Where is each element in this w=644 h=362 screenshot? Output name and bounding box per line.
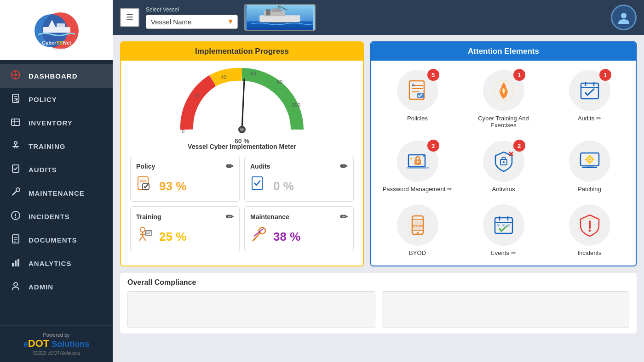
compliance-section: Overall Compliance [120,273,637,334]
edit-training-icon[interactable]: ✏ [226,211,234,222]
svg-point-21 [14,141,17,144]
inventory-icon [9,117,22,129]
svg-text:20: 20 [194,93,200,98]
attention-item-password[interactable]: 3 [376,136,459,197]
sidebar-item-policy[interactable]: POLICY [0,88,113,111]
svg-rect-114 [497,224,500,226]
incidents-nav-icon [9,210,22,223]
sidebar-item-incidents[interactable]: INCIDENTS [0,205,113,228]
nav-items: DASHBOARD POLICY INVENTORY TRAINING [0,60,113,325]
attention-item-patching[interactable]: Patching [548,136,631,197]
password-icon-wrap: 3 [397,141,438,182]
sidebar-item-maintenance[interactable]: MAINTENANCE [0,181,113,205]
svg-rect-38 [17,259,19,266]
byod-icon: BYOD [406,213,430,237]
svg-text:CyberSSNet: CyberSSNet [42,40,71,45]
implementation-panel: Implementation Progress [120,41,364,266]
audits-metric-card: Audits ✏ 0 % [244,156,354,202]
attention-item-incidents[interactable]: Incidents [548,200,631,261]
svg-rect-47 [266,9,270,15]
svg-point-31 [15,217,16,218]
edit-audits-icon[interactable]: ✏ [340,161,348,172]
sidebar-item-audits[interactable]: AUDITS [0,158,113,181]
metric-body-policy: 93 % [136,175,234,197]
audits-edit-icon[interactable]: ✏ [596,115,601,122]
password-edit-icon[interactable]: ✏ [447,186,452,192]
training-metric-card: Training ✏ 25 % [130,206,240,252]
attention-item-events[interactable]: Events ✏ [462,200,545,261]
attention-body: 5 Policies [371,61,636,266]
svg-point-92 [503,161,505,163]
edit-maintenance-icon[interactable]: ✏ [340,211,348,222]
svg-text:BYOD: BYOD [412,224,423,228]
events-edit-icon[interactable]: ✏ [511,249,516,256]
attention-item-byod[interactable]: BYOD BYOD [376,200,459,261]
user-icon [616,10,631,25]
svg-rect-68 [145,231,152,235]
sidebar-item-training[interactable]: TRAINING [0,135,113,158]
svg-text:Program: Program [49,47,63,51]
training-badge: 1 [513,69,525,81]
attention-item-training[interactable]: 1 Cyber Training And Exercises [462,65,545,133]
events-icon-wrap [483,204,524,246]
svg-text:0: 0 [182,129,184,134]
gauge-label: Vessel Cyber Implementation Meter [130,143,354,150]
sidebar: CyberSSNet Program DASHBOARD POLICY INVE… [0,0,113,362]
svg-text:40: 40 [221,74,226,80]
patching-icon [578,149,602,173]
sidebar-item-label: TRAINING [29,142,66,150]
attention-item-antivirus[interactable]: 2 Antivir [462,136,545,197]
svg-point-8 [14,74,17,76]
audits-img-icon [250,175,268,197]
attention-item-policies[interactable]: 5 Policies [376,65,459,133]
sidebar-item-label: INCIDENTS [29,213,70,221]
svg-rect-37 [15,260,17,266]
patching-icon-wrap [569,141,610,182]
metric-title-training: Training ✏ [136,211,234,222]
user-avatar[interactable] [611,5,637,30]
sidebar-item-dashboard[interactable]: DASHBOARD [0,64,113,88]
byod-label: BYOD [409,249,426,256]
edit-policy-icon[interactable]: ✏ [226,161,234,172]
documents-icon [9,234,22,246]
vessel-select[interactable]: Vessel Name [146,15,238,29]
audits-percent: 0 % [273,179,294,193]
menu-button[interactable]: ☰ [120,8,139,27]
sidebar-item-documents[interactable]: DOCUMENTS [0,228,113,252]
content-area: Implementation Progress [113,35,644,362]
maintenance-img-icon [250,226,268,247]
audits-icon-wrap: 1 [569,70,610,111]
patching-label: Patching [578,186,601,192]
compliance-chart-right [382,291,630,328]
incidents-icon-wrap [569,204,610,246]
sidebar-item-analytics[interactable]: ANALYTICS [0,252,113,275]
attention-panel: Attention Elements 5 [370,41,637,266]
sidebar-item-inventory[interactable]: INVENTORY [0,111,113,135]
password-label-wrap: Password Management ✏ [383,186,453,192]
sidebar-item-label: ANALYTICS [29,260,71,267]
impl-header: Implementation Progress [121,42,363,61]
policies-icon [406,79,430,102]
compliance-charts-row [127,291,629,328]
policy-percent: 93 % [159,179,186,193]
copyright-text: ©2020 eDOT-Solutions [7,351,105,356]
policy-metric-card: Policy ✏ 93 % [130,156,240,202]
sidebar-item-admin[interactable]: ADMIN [0,275,113,299]
training-icon [9,140,22,153]
compliance-chart-left [127,291,375,328]
svg-point-28 [16,188,20,192]
admin-icon [9,281,22,293]
vessel-label: Select Vessel [146,6,238,13]
svg-point-88 [417,161,419,163]
topbar: ☰ Select Vessel Vessel Name ▼ [113,0,644,35]
metric-body-maintenance: 38 % [250,226,348,247]
audits-attention-icon [578,79,602,102]
metric-title-policy: Policy ✏ [136,161,234,172]
logo-icon: CyberSSNet Program [29,7,84,53]
svg-point-89 [410,158,412,159]
attention-item-audits[interactable]: 1 Audits ✏ [548,65,631,133]
sidebar-item-label: INVENTORY [29,119,73,127]
svg-rect-2 [43,27,70,33]
password-icon [406,149,430,173]
events-label: Events [491,249,509,256]
